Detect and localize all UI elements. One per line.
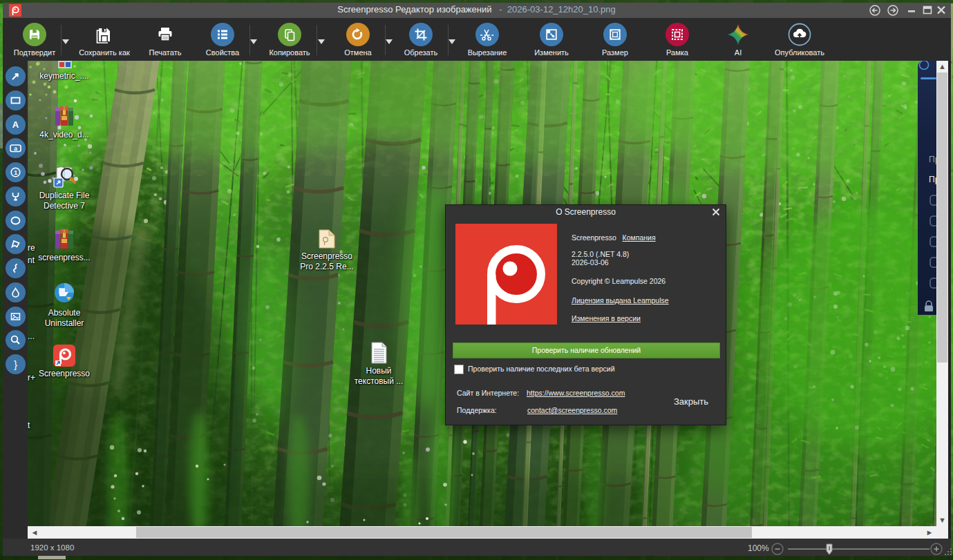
svg-text:}: } bbox=[14, 359, 17, 370]
svg-text:a: a bbox=[14, 145, 17, 152]
svg-text:A: A bbox=[12, 119, 19, 130]
svg-text:1: 1 bbox=[14, 169, 17, 176]
svg-text:Пр: Пр bbox=[929, 155, 936, 164]
svg-text:Пр: Пр bbox=[929, 175, 936, 184]
